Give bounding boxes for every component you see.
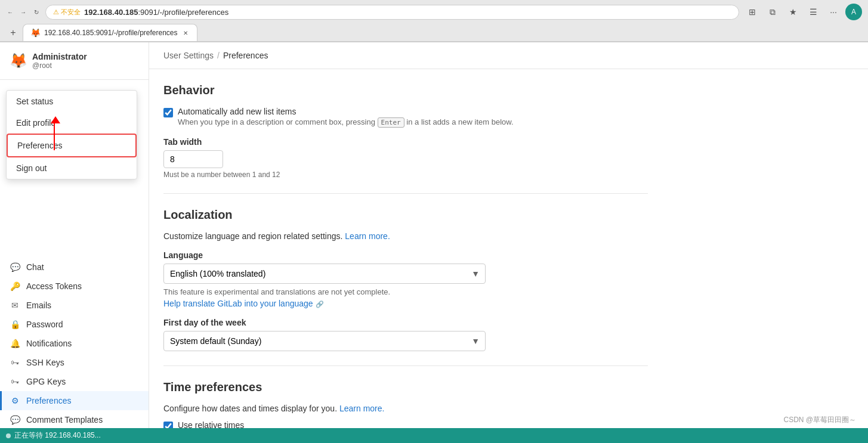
active-tab[interactable]: 🦊 192.168.40.185:9091/-/profile/preferen…	[23, 24, 197, 41]
language-label: Language	[163, 250, 648, 260]
tab-title: 192.168.40.185:9091/-/profile/preference…	[44, 29, 178, 37]
status-text: 正在等待 192.168.40.185...	[14, 430, 101, 441]
language-note: This feature is experimental and transla…	[163, 287, 648, 296]
sidebar-item-ssh-keys[interactable]: 🗝 SSH Keys	[0, 353, 149, 372]
content-body: Behavior Automatically add new list item…	[149, 69, 662, 428]
relative-times-label[interactable]: Use relative times	[178, 420, 244, 428]
forward-button[interactable]: →	[19, 8, 27, 16]
split-view-button[interactable]: ⧉	[764, 4, 781, 20]
time-prefs-desc: Configure how dates and times display fo…	[163, 404, 648, 413]
status-bar: 正在等待 192.168.40.185...	[0, 428, 868, 443]
sidebar-item-gpg-keys[interactable]: 🗝 GPG Keys	[0, 372, 149, 391]
sidebar-item-emails[interactable]: ✉ Emails	[0, 296, 149, 315]
back-button[interactable]: ←	[6, 8, 14, 16]
notifications-icon: 🔔	[10, 339, 20, 348]
ssh-keys-icon: 🗝	[10, 358, 20, 367]
reload-button[interactable]: ↻	[32, 8, 41, 16]
new-tab-button[interactable]: +	[6, 26, 20, 40]
sidebar-item-comment-templates[interactable]: 💬 Comment Templates	[0, 410, 149, 428]
translate-link[interactable]: Help translate GitLab into your language…	[163, 299, 324, 308]
nav-label-emails: Emails	[26, 301, 51, 310]
nav-label-chat: Chat	[26, 262, 44, 272]
address-bar[interactable]: ⚠ 不安全 192.168.40.185:9091/-/profile/pref…	[45, 5, 739, 20]
tab-width-hint: Must be a number between 1 and 12	[163, 171, 648, 179]
breadcrumb-separator: /	[217, 51, 220, 60]
gitlab-favicon: 🦊	[30, 28, 41, 38]
popup-item-set-status[interactable]: Set status	[7, 91, 137, 112]
tab-close-button[interactable]: ✕	[181, 29, 190, 37]
nav-label-gpg-keys: GPG Keys	[26, 377, 66, 386]
auto-add-desc: When you type in a description or commen…	[178, 117, 514, 128]
preferences-icon: ⚙	[10, 396, 20, 405]
language-select[interactable]: English (100% translated) Chinese Simpli…	[163, 264, 486, 284]
external-link-icon: 🔗	[316, 301, 324, 308]
breadcrumb-parent[interactable]: User Settings	[163, 51, 214, 60]
first-day-select[interactable]: System default (Sunday) Monday Saturday …	[163, 331, 486, 351]
popup-item-preferences[interactable]: Preferences	[7, 134, 137, 157]
sidebar-handle: @root	[32, 61, 87, 70]
auto-add-label[interactable]: Automatically add new list items	[178, 107, 296, 116]
localization-title: Localization	[163, 208, 648, 222]
sidebar-nav: 💬 Chat 🔑 Access Tokens ✉ Emails 🔒 Passwo…	[0, 253, 149, 428]
gpg-keys-icon: 🗝	[10, 377, 20, 386]
profile-button[interactable]: A	[845, 4, 862, 20]
reader-view-button[interactable]: ⊞	[744, 4, 761, 20]
sidebar-item-chat[interactable]: 💬 Chat	[0, 258, 149, 277]
sidebar-item-preferences[interactable]: ⚙ Preferences	[0, 391, 149, 410]
main-content: User Settings / Preferences Behavior Aut…	[149, 42, 868, 428]
nav-label-notifications: Notifications	[26, 339, 72, 348]
nav-label-preferences: Preferences	[26, 396, 71, 405]
tab-bar: + 🦊 192.168.40.185:9091/-/profile/prefer…	[0, 24, 868, 42]
tab-width-field: Tab width 8 Must be a number between 1 a…	[163, 137, 648, 179]
popup-item-sign-out[interactable]: Sign out	[7, 157, 137, 179]
arrow-indicator	[51, 116, 60, 150]
nav-label-password: Password	[26, 320, 63, 329]
comment-templates-icon: 💬	[10, 415, 20, 425]
gitlab-logo: 🦊	[10, 52, 27, 69]
chat-icon: 💬	[10, 262, 20, 272]
collections-button[interactable]: ☰	[805, 4, 821, 20]
security-warning: ⚠ 不安全	[53, 8, 81, 17]
browser-icons: ⊞ ⧉ ★ ☰ ··· A	[744, 4, 862, 20]
sidebar-item-notifications[interactable]: 🔔 Notifications	[0, 334, 149, 353]
localization-desc: Customize language and region related se…	[163, 231, 648, 241]
more-button[interactable]: ···	[825, 4, 842, 20]
relative-times-row: Use relative times For example: 30 minut…	[163, 420, 648, 428]
password-icon: 🔒	[10, 320, 20, 329]
favorites-button[interactable]: ★	[784, 4, 801, 20]
tab-width-input[interactable]: 8	[163, 150, 223, 168]
language-select-wrapper: English (100% translated) Chinese Simpli…	[163, 264, 486, 284]
tab-width-label: Tab width	[163, 137, 648, 147]
section-divider-1	[163, 193, 648, 194]
popup-item-edit-profile[interactable]: Edit profile	[7, 112, 137, 134]
loading-indicator	[6, 433, 11, 438]
breadcrumb-current: Preferences	[223, 51, 268, 60]
nav-label-comment-templates: Comment Templates	[26, 415, 103, 425]
user-menu-popup: Set status Edit profile Preferences Sign…	[6, 90, 137, 179]
time-prefs-learn-more-link[interactable]: Learn more.	[339, 404, 384, 413]
browser-chrome: ← → ↻ ⚠ 不安全 192.168.40.185:9091/-/profil…	[0, 0, 868, 42]
language-field: Language English (100% translated) Chine…	[163, 250, 648, 308]
breadcrumb: User Settings / Preferences	[149, 42, 868, 69]
sidebar-username: Administrator	[32, 52, 87, 61]
section-divider-2	[163, 365, 648, 366]
access-tokens-icon: 🔑	[10, 281, 20, 291]
browser-toolbar: ← → ↻ ⚠ 不安全 192.168.40.185:9091/-/profil…	[0, 0, 868, 24]
auto-add-row: Automatically add new list items When yo…	[163, 107, 648, 128]
url-display: 192.168.40.185:9091/-/profile/preference…	[84, 8, 228, 17]
first-day-select-wrapper: System default (Sunday) Monday Saturday …	[163, 331, 486, 351]
emails-icon: ✉	[10, 301, 20, 310]
localization-learn-more-link[interactable]: Learn more.	[345, 231, 390, 241]
relative-times-checkbox[interactable]	[163, 422, 173, 428]
nav-label-ssh-keys: SSH Keys	[26, 358, 64, 367]
sidebar: 🦊 Administrator @root Set status Edit pr…	[0, 42, 149, 428]
time-prefs-title: Time preferences	[163, 380, 648, 394]
behavior-title: Behavior	[163, 83, 648, 97]
first-day-field: First day of the week System default (Su…	[163, 318, 648, 351]
auto-add-checkbox[interactable]	[163, 108, 173, 117]
nav-label-access-tokens: Access Tokens	[26, 281, 82, 291]
enter-key-badge: Enter	[378, 117, 404, 128]
sidebar-item-access-tokens[interactable]: 🔑 Access Tokens	[0, 277, 149, 296]
first-day-label: First day of the week	[163, 318, 648, 327]
sidebar-item-password[interactable]: 🔒 Password	[0, 315, 149, 334]
